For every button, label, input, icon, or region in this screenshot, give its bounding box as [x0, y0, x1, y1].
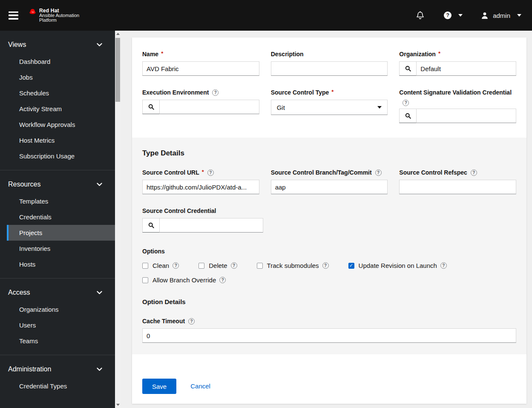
nav-group-header-resources[interactable]: Resources [0, 175, 115, 193]
track-submodules-checkbox-group[interactable]: Track submodules ? [257, 262, 329, 269]
sidebar-item-schedules[interactable]: Schedules [7, 85, 115, 101]
help-icon[interactable]: ? [219, 277, 226, 283]
sidebar-item-organizations[interactable]: Organizations [7, 302, 115, 317]
option-details-title: Option Details [142, 298, 516, 305]
update-revision-checkbox[interactable]: ✓ [348, 263, 354, 269]
sidebar-item-host-metrics[interactable]: Host Metrics [7, 132, 115, 148]
notifications-bell-icon[interactable] [416, 11, 424, 20]
description-input[interactable] [271, 61, 388, 76]
sidebar-item-subscription-usage[interactable]: Subscription Usage [7, 148, 115, 164]
select-caret-down-icon [377, 106, 382, 109]
nav-item-label: Schedules [19, 89, 49, 97]
nav-group-header-access[interactable]: Access [0, 284, 115, 302]
form-actions: Save Cancel [132, 354, 526, 404]
help-icon[interactable]: ? [207, 170, 214, 176]
nav-item-label: Host Metrics [19, 137, 55, 144]
help-menu[interactable]: ? [444, 11, 463, 19]
update-revision-checkbox-group[interactable]: ✓ Update Revision on Launch ? [348, 262, 447, 269]
sidebar-item-users[interactable]: Users [7, 317, 115, 333]
help-icon[interactable]: ? [471, 170, 477, 176]
content-signature-search-button[interactable] [399, 109, 417, 123]
scm-credential-label: Source Control Credential [142, 207, 263, 214]
name-input[interactable] [142, 61, 259, 76]
organization-input[interactable] [417, 61, 516, 76]
content-signature-input[interactable] [417, 109, 516, 123]
scm-url-field-group: Source Control URL* ? [142, 169, 259, 194]
user-menu[interactable]: admin [481, 12, 521, 19]
scroll-down-arrow-icon[interactable] [115, 402, 121, 408]
cache-timeout-input[interactable] [142, 328, 516, 343]
help-icon[interactable]: ? [375, 170, 382, 176]
help-question-icon[interactable]: ? [444, 11, 451, 19]
clean-checkbox[interactable] [142, 263, 148, 269]
sidebar-item-activity-stream[interactable]: Activity Stream [7, 101, 115, 117]
hamburger-menu-icon[interactable] [9, 11, 18, 20]
sidebar-nav: Views Dashboard Jobs Schedules Activity … [0, 31, 121, 408]
delete-checkbox[interactable] [198, 263, 204, 269]
help-icon[interactable]: ? [403, 100, 409, 106]
help-icon[interactable]: ? [188, 318, 195, 325]
source-control-type-value: Git [277, 104, 285, 111]
clean-checkbox-group[interactable]: Clean ? [142, 262, 179, 269]
sidebar-item-inventories[interactable]: Inventories [7, 241, 115, 256]
sidebar-item-projects[interactable]: Projects [7, 225, 115, 241]
nav-group-header-views[interactable]: Views [0, 36, 115, 54]
allow-branch-override-checkbox[interactable] [142, 277, 148, 283]
organization-label: Organization* [399, 51, 516, 57]
nav-group-label: Access [8, 289, 30, 296]
cache-timeout-label: Cache Timeout ? [142, 318, 516, 325]
nav-item-label: Subscription Usage [19, 152, 75, 160]
user-icon [481, 12, 488, 19]
save-button[interactable]: Save [142, 379, 176, 394]
source-control-type-select[interactable]: Git [271, 100, 388, 115]
required-asterisk: * [161, 50, 163, 57]
name-field-group: Name* [142, 51, 259, 76]
sidebar-item-teams[interactable]: Teams [7, 333, 115, 349]
help-icon[interactable]: ? [212, 89, 219, 96]
scm-credential-search-button[interactable] [142, 218, 160, 233]
scm-branch-field-group: Source Control Branch/Tag/Commit ? [271, 169, 388, 194]
organization-search-button[interactable] [399, 61, 417, 76]
scm-url-input[interactable] [142, 180, 259, 194]
help-caret-down-icon [458, 14, 463, 17]
execution-environment-input[interactable] [160, 100, 259, 114]
help-icon[interactable]: ? [173, 262, 179, 269]
nav-item-label: Credentials [19, 213, 52, 221]
sidebar-item-workflow-approvals[interactable]: Workflow Approvals [7, 117, 115, 132]
scroll-up-arrow-icon[interactable] [115, 31, 121, 37]
scm-refspec-field-group: Source Control Refspec ? [399, 169, 516, 194]
sidebar-item-hosts[interactable]: Hosts [7, 256, 115, 272]
sidebar-item-templates[interactable]: Templates [7, 193, 115, 209]
sidebar-item-credential-types[interactable]: Credential Types [7, 378, 115, 394]
cancel-button[interactable]: Cancel [190, 382, 210, 390]
required-asterisk: * [331, 89, 334, 95]
chevron-down-icon [97, 43, 102, 47]
options-title: Options [142, 248, 516, 255]
sidebar-scrollbar-thumb[interactable] [115, 38, 120, 102]
content-signature-field-group: Content Signature Validation Credential … [399, 89, 516, 123]
type-details-title: Type Details [142, 149, 516, 158]
sidebar-scrollbar[interactable] [115, 31, 121, 408]
help-icon[interactable]: ? [440, 262, 447, 269]
scm-credential-field-group: Source Control Credential [142, 207, 263, 233]
scm-branch-input[interactable] [271, 180, 388, 194]
sidebar-item-dashboard[interactable]: Dashboard [7, 54, 115, 69]
sidebar-item-credentials[interactable]: Credentials [7, 209, 115, 225]
execution-environment-search-button[interactable] [142, 100, 160, 114]
scm-refspec-input[interactable] [399, 180, 516, 194]
allow-branch-override-checkbox-group[interactable]: Allow Branch Override ? [142, 276, 226, 284]
delete-checkbox-group[interactable]: Delete ? [198, 262, 237, 269]
help-icon[interactable]: ? [322, 262, 329, 269]
nav-group-header-administration[interactable]: Administration [0, 360, 115, 378]
nav-group-label: Views [8, 41, 26, 49]
track-submodules-checkbox[interactable] [257, 263, 263, 269]
brand-line1: Red Hat [39, 8, 79, 13]
help-icon[interactable]: ? [231, 262, 237, 269]
name-label: Name* [142, 51, 259, 57]
brand-logo: Red Hat Ansible Automation Platform [29, 8, 79, 23]
scm-branch-label: Source Control Branch/Tag/Commit ? [271, 169, 388, 176]
content-signature-label: Content Signature Validation Credential [399, 89, 516, 96]
scm-credential-input[interactable] [160, 218, 263, 233]
options-checkbox-row-2: Allow Branch Override ? [142, 276, 516, 284]
sidebar-item-jobs[interactable]: Jobs [7, 69, 115, 85]
